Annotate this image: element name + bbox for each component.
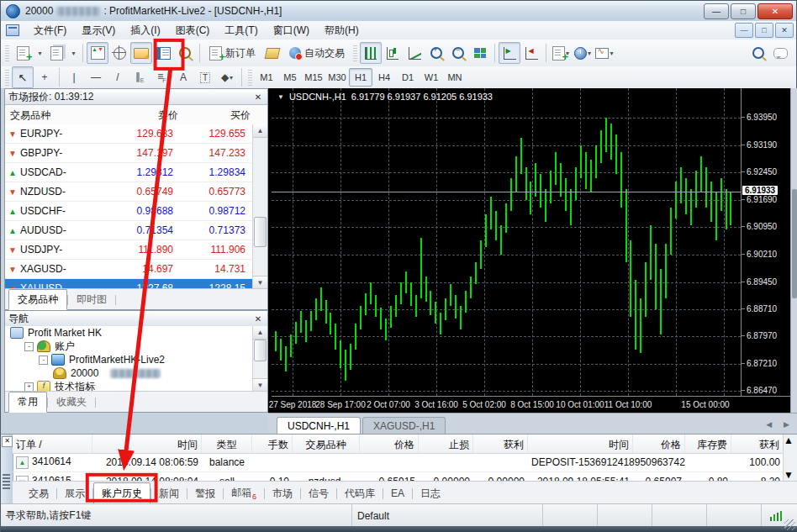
terminal-column-header[interactable]: 类型 <box>202 435 252 453</box>
menu-item[interactable]: 插入(I) <box>123 22 167 40</box>
market-watch-row[interactable]: ▼USDJPY-111.890111.906 <box>5 240 253 260</box>
tree-node[interactable]: -ProfitMarketHK-Live2 <box>5 353 253 366</box>
timeframe-button-m1[interactable]: M1 <box>255 68 278 87</box>
time-axis[interactable]: 27 Sep 201828 Sep 17:002 Oct 07:003 Oct … <box>272 396 791 413</box>
terminal-column-header[interactable]: 交易品种 <box>293 435 360 453</box>
toolbar-grip[interactable] <box>5 45 9 61</box>
terminal-column-header[interactable]: 订单 / <box>13 435 92 453</box>
tree-node[interactable]: +f技术指标 <box>5 380 253 392</box>
column-bid[interactable]: 卖价 <box>94 108 178 123</box>
zoom-in-button[interactable]: + <box>425 42 447 64</box>
terminal-column-header[interactable]: 获利 <box>473 435 528 453</box>
navigator-toggle-button[interactable] <box>130 42 152 64</box>
chart-plot-area[interactable]: ▼ USDCNH-,H1 6.91779 6.91937 6.91205 6.9… <box>272 88 742 396</box>
resize-grip[interactable] <box>784 519 795 530</box>
profiles-dropdown[interactable]: ▾ <box>67 42 79 64</box>
indicators-button[interactable]: +▾ <box>550 42 572 64</box>
tree-node[interactable]: -账户 <box>5 340 253 353</box>
scroll-up-icon[interactable]: ▲ <box>253 326 267 340</box>
bar-chart-button[interactable] <box>360 42 382 64</box>
column-symbol[interactable]: 交易品种 <box>5 108 94 123</box>
scroll-down-icon[interactable]: ▼ <box>784 469 797 481</box>
menu-item[interactable]: 显示(V) <box>74 22 123 40</box>
vertical-line-button[interactable]: | <box>63 66 85 88</box>
fibonacci-button[interactable]: ≡F <box>150 66 172 88</box>
terminal-column-header[interactable]: 库存费 <box>685 435 731 453</box>
restore-button[interactable]: □ <box>731 3 756 19</box>
tab-alerts[interactable]: 警报 <box>187 483 223 504</box>
tree-expander-icon[interactable]: - <box>39 356 48 365</box>
timeframe-button-m15[interactable]: M15 <box>302 68 325 87</box>
tab-signals[interactable]: 信号 <box>301 483 336 504</box>
toolbar-grip[interactable] <box>5 69 9 86</box>
crosshair-tool-button[interactable]: + <box>34 66 55 88</box>
market-watch-close-icon[interactable]: ✕ <box>252 92 264 102</box>
tab-common[interactable]: 常用 <box>8 392 47 413</box>
new-chart-button[interactable]: + <box>12 42 34 64</box>
tab-journal[interactable]: 日志 <box>413 483 448 504</box>
zoom-out-button[interactable]: − <box>447 42 469 64</box>
timeframe-button-m5[interactable]: M5 <box>278 68 302 87</box>
tab-news[interactable]: 新闻 <box>151 483 187 504</box>
market-watch-scrollbar[interactable]: ▲ ▼ <box>252 124 267 289</box>
terminal-column-header[interactable]: 获利 <box>731 435 784 453</box>
candlestick-chart-button[interactable] <box>382 42 404 64</box>
chat-button[interactable] <box>769 42 791 64</box>
tree-expander-icon[interactable]: - <box>24 342 34 351</box>
market-watch-row[interactable]: ▼GBPJPY-147.197147.233 <box>5 144 253 163</box>
tab-exposure[interactable]: 展示 <box>57 483 92 504</box>
scroll-right-icon[interactable]: ▶ <box>784 420 789 429</box>
terminal-column-header[interactable]: 手数 <box>252 435 293 453</box>
status-profile[interactable]: Default <box>352 504 543 527</box>
scroll-left-icon[interactable]: ◀ <box>766 420 772 429</box>
timeframe-button-h1[interactable]: H1 <box>349 68 372 87</box>
toolbar-grip[interactable] <box>353 45 357 61</box>
strategy-tester-button[interactable] <box>174 42 196 64</box>
terminal-column-header[interactable]: 时间 <box>528 435 633 453</box>
line-chart-button[interactable] <box>404 42 425 64</box>
chart-window-icon[interactable] <box>6 24 19 36</box>
mdi-minimize-button[interactable]: — <box>735 23 753 38</box>
column-ask[interactable]: 买价 <box>178 108 254 123</box>
terminal-column-header[interactable]: 价格 <box>633 435 685 453</box>
menu-item[interactable]: 帮助(H) <box>317 22 367 40</box>
mdi-restore-button[interactable]: □ <box>755 23 773 38</box>
timeframe-button-m30[interactable]: M30 <box>325 68 349 87</box>
terminal-column-header[interactable]: 时间 <box>92 435 202 453</box>
scroll-down-icon[interactable]: ▼ <box>253 276 267 289</box>
mdi-close-button[interactable]: ✕ <box>775 23 794 38</box>
channel-button[interactable]: ∥E <box>129 66 150 88</box>
tree-node[interactable]: Profit Market HK <box>5 326 253 340</box>
text-label-button[interactable]: T <box>194 66 216 88</box>
market-watch-row[interactable]: ▲USDCHF-0.986880.98712 <box>5 202 253 221</box>
chart-shift-button[interactable] <box>520 42 542 64</box>
trendline-button[interactable]: / <box>107 66 129 88</box>
terminal-grip[interactable] <box>3 474 10 489</box>
toolbar-grip[interactable] <box>248 69 252 86</box>
timeframe-button-w1[interactable]: W1 <box>420 68 443 87</box>
tree-expander-icon[interactable]: + <box>24 382 34 392</box>
terminal-scrollbar[interactable]: ▲ ▼ <box>783 435 797 481</box>
market-watch-toggle-button[interactable]: ▲▼ <box>87 42 108 64</box>
metaeditor-button[interactable] <box>261 42 283 64</box>
scroll-up-icon[interactable]: ▲ <box>253 124 267 138</box>
menu-item[interactable]: 工具(T) <box>217 22 265 40</box>
horizontal-line-button[interactable]: — <box>85 66 107 88</box>
tile-windows-button[interactable] <box>469 42 491 64</box>
new-order-button[interactable]: +新订单 <box>203 42 261 64</box>
cursor-tool-button[interactable]: ↖ <box>12 66 34 88</box>
market-watch-row[interactable]: ▼XAGUSD-14.69714.731 <box>5 260 253 279</box>
tab-ea[interactable]: EA <box>383 484 412 503</box>
tab-account-history[interactable]: 账户历史 <box>93 482 150 505</box>
chart-right-scrollbar[interactable] <box>790 88 797 413</box>
scroll-thumb[interactable] <box>254 217 267 247</box>
timeframe-button-h4[interactable]: H4 <box>372 68 396 87</box>
market-watch-row[interactable]: ▼EURJPY-129.633129.655 <box>5 124 253 144</box>
tab-trade[interactable]: 交易 <box>21 483 56 504</box>
tab-mailbox[interactable]: 邮箱6 <box>224 482 264 503</box>
tab-favorites[interactable]: 收藏夹 <box>48 392 95 412</box>
market-watch-row[interactable]: ▼NZDUSD-0.657490.65773 <box>5 182 253 202</box>
minimize-button[interactable]: — <box>704 3 729 19</box>
navigator-close-icon[interactable]: ✕ <box>252 314 264 324</box>
new-chart-dropdown[interactable]: ▾ <box>34 42 45 64</box>
